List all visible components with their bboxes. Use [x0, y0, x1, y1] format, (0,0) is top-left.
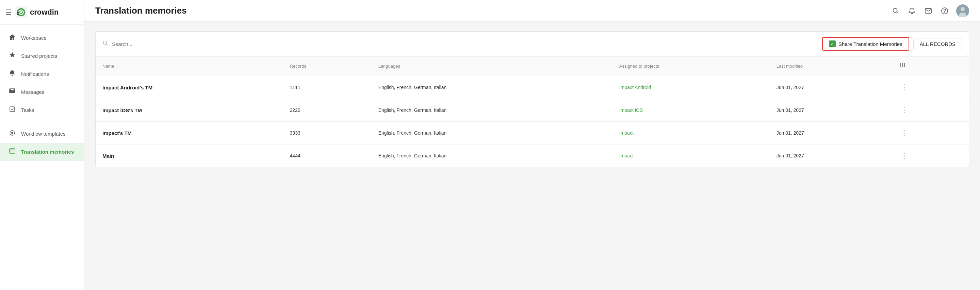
- main-card: ✓ Share Translation Memories ALL RECORDS…: [95, 31, 969, 167]
- row-more-button[interactable]: ⋮: [898, 82, 911, 93]
- tm-modified: Jun 01, 2027: [770, 122, 891, 144]
- tm-modified: Jun 01, 2027: [770, 144, 891, 167]
- sidebar-nav: Workspace Starred projects Notifications…: [0, 25, 84, 290]
- table-header: Name ↓ Records Languages Assigned to pro…: [95, 56, 969, 76]
- sidebar-item-label: Messages: [21, 89, 44, 95]
- tm-languages: English, French, German, Italian: [372, 144, 612, 167]
- search-icon[interactable]: [891, 6, 900, 16]
- avatar-image: [956, 5, 969, 17]
- tm-records: 3333: [283, 122, 372, 144]
- tm-assigned[interactable]: Impact iOS: [619, 108, 643, 113]
- home-icon: [8, 34, 16, 42]
- col-assigned: Assigned to projects: [612, 56, 770, 76]
- logo-text: crowdin: [30, 8, 59, 17]
- sidebar-item-notifications[interactable]: Notifications: [0, 65, 84, 83]
- toolbar: ✓ Share Translation Memories ALL RECORDS: [95, 32, 969, 56]
- row-more-button[interactable]: ⋮: [898, 150, 911, 162]
- messages-icon[interactable]: [924, 6, 933, 16]
- sidebar-item-workflow-templates[interactable]: Workflow templates: [0, 125, 84, 143]
- header-actions: [891, 5, 969, 17]
- sidebar-item-label: Starred projects: [21, 53, 57, 59]
- content-area: ✓ Share Translation Memories ALL RECORDS…: [84, 22, 980, 290]
- tm-records: 4444: [283, 144, 372, 167]
- tm-name: Main: [102, 153, 114, 159]
- tm-name: Impact Android's TM: [102, 85, 153, 90]
- share-check-icon: ✓: [829, 40, 836, 47]
- row-more-button[interactable]: ⋮: [898, 105, 911, 116]
- share-translation-memories-button[interactable]: ✓ Share Translation Memories: [822, 37, 909, 51]
- star-icon: [8, 52, 16, 60]
- notification-icon[interactable]: [907, 6, 917, 16]
- search-icon: [102, 40, 108, 48]
- tm-name: Impact's TM: [102, 130, 132, 136]
- main-header: Translation memories: [84, 0, 980, 22]
- all-records-label: ALL RECORDS: [920, 41, 956, 47]
- sort-arrow-icon: ↓: [116, 64, 118, 69]
- sidebar: ☰ C crowdin Workspace Starred projects: [0, 0, 84, 290]
- tm-modified: Jun 01, 2027: [770, 76, 891, 99]
- sidebar-item-messages[interactable]: Messages: [0, 83, 84, 101]
- sidebar-header: ☰ C crowdin: [0, 0, 84, 25]
- tm-records: 2222: [283, 99, 372, 122]
- svg-rect-14: [902, 63, 903, 67]
- table-row: Impact's TM 3333 English, French, German…: [95, 122, 969, 144]
- sidebar-item-label: Workspace: [21, 35, 47, 41]
- col-actions: [891, 56, 969, 76]
- translation-memories-icon: [8, 147, 16, 156]
- sidebar-item-label: Translation memories: [21, 149, 74, 155]
- svg-text:C: C: [17, 11, 19, 16]
- help-icon[interactable]: [940, 6, 950, 16]
- crowdin-logo-icon: C: [15, 6, 27, 18]
- column-settings-icon[interactable]: [898, 60, 907, 72]
- chat-icon: [8, 88, 16, 96]
- svg-rect-15: [904, 63, 905, 67]
- tm-name: Impact iOS's TM: [102, 108, 142, 113]
- sidebar-item-translation-memories[interactable]: Translation memories: [0, 143, 84, 161]
- tm-languages: English, French, German, Italian: [372, 99, 612, 122]
- tm-assigned[interactable]: Impact: [619, 153, 633, 158]
- nav-divider: [0, 122, 84, 122]
- page-title: Translation memories: [95, 5, 187, 16]
- col-languages: Languages: [372, 56, 612, 76]
- svg-point-10: [961, 7, 965, 11]
- tm-languages: English, French, German, Italian: [372, 122, 612, 144]
- menu-icon[interactable]: ☰: [5, 8, 11, 16]
- logo: C crowdin: [15, 6, 59, 18]
- translation-memories-table: Name ↓ Records Languages Assigned to pro…: [95, 56, 969, 167]
- col-name: Name ↓: [95, 56, 283, 76]
- col-records: Records: [283, 56, 372, 76]
- search-box: [102, 40, 307, 48]
- row-more-button[interactable]: ⋮: [898, 127, 911, 139]
- tm-modified: Jun 01, 2027: [770, 99, 891, 122]
- table-row: Impact Android's TM 1111 English, French…: [95, 76, 969, 99]
- sidebar-item-label: Workflow templates: [21, 131, 66, 137]
- sidebar-item-label: Notifications: [21, 71, 49, 77]
- bell-icon: [8, 70, 16, 78]
- avatar[interactable]: [956, 5, 969, 17]
- tm-records: 1111: [283, 76, 372, 99]
- sidebar-item-tasks[interactable]: Tasks: [0, 101, 84, 119]
- toolbar-right: ✓ Share Translation Memories ALL RECORDS: [822, 37, 962, 51]
- sidebar-item-workspace[interactable]: Workspace: [0, 29, 84, 47]
- svg-rect-13: [900, 63, 901, 67]
- sidebar-item-label: Tasks: [21, 107, 34, 113]
- table-row: Impact iOS's TM 2222 English, French, Ge…: [95, 99, 969, 122]
- tm-assigned[interactable]: Impact Android: [619, 85, 651, 90]
- main-area: Translation memories: [84, 0, 980, 290]
- workflow-icon: [8, 130, 16, 138]
- table-row: Main 4444 English, French, German, Itali…: [95, 144, 969, 167]
- share-button-label: Share Translation Memories: [838, 41, 902, 47]
- sidebar-item-starred-projects[interactable]: Starred projects: [0, 47, 84, 65]
- tm-languages: English, French, German, Italian: [372, 76, 612, 99]
- col-modified: Last modified: [770, 56, 891, 76]
- search-input[interactable]: [112, 41, 307, 47]
- tm-assigned[interactable]: Impact: [619, 130, 633, 136]
- table-body: Impact Android's TM 1111 English, French…: [95, 76, 969, 167]
- tasks-icon: [8, 106, 16, 114]
- all-records-button[interactable]: ALL RECORDS: [913, 38, 962, 50]
